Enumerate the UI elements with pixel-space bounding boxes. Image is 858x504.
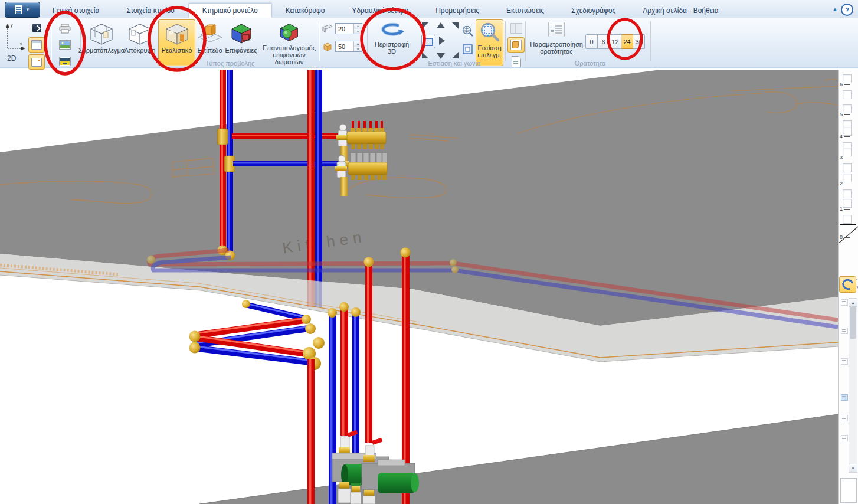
tab-sxediografos[interactable]: Σχεδιογράφος: [558, 3, 629, 18]
spin-up-icon[interactable]: ▲: [354, 41, 362, 47]
grid-toggle-button[interactable]: [507, 21, 525, 36]
floor-label[interactable]: 4: [840, 133, 850, 139]
floor-checkbox[interactable]: [843, 189, 852, 198]
rotate-up-left-icon[interactable]: [422, 22, 428, 29]
ribbon-tabs: Γενικά στοιχεία Στοιχεία κτιρίου Κτηριακ…: [39, 3, 732, 18]
surfaces-cube-icon: [228, 22, 254, 45]
orbit-icon: [840, 277, 856, 292]
visibility-6-button[interactable]: 6: [598, 34, 610, 49]
visibility-24-button[interactable]: 24: [621, 34, 633, 49]
rotate-down-right-icon[interactable]: [452, 52, 459, 58]
manifold-caps: [351, 153, 387, 163]
floor-label[interactable]: 1: [840, 206, 850, 212]
hidden-lines-house-icon: [127, 22, 153, 45]
camera-angle-icon: [322, 24, 333, 33]
rotate-3d-icon: [378, 22, 405, 40]
expand-icon: [32, 24, 41, 32]
floor-checkbox[interactable]: [843, 90, 852, 99]
svg-text:x: x: [20, 42, 22, 46]
layer-row-mark[interactable]: [841, 358, 848, 365]
floor-label[interactable]: 2: [840, 181, 850, 186]
layer-row-mark[interactable]: [841, 328, 848, 334]
sheet-display-toggle[interactable]: [507, 54, 525, 69]
mode-2d-label[interactable]: 2D: [7, 54, 16, 63]
dwg-export-icon: [59, 57, 71, 66]
view-hidden-lines-button[interactable]: Απόκρυψη: [122, 19, 158, 66]
window-view-toggle[interactable]: [28, 54, 45, 70]
rotate-down-left-icon[interactable]: [422, 52, 428, 58]
orbit-tool-button[interactable]: [839, 276, 856, 293]
display-options-cluster: [507, 21, 525, 69]
view-wireframe-button[interactable]: Συρματόπλεγμα: [81, 19, 122, 66]
cube-height-icon: [322, 42, 333, 51]
spin-up-icon[interactable]: ▲: [354, 24, 362, 29]
model-3d-viewport[interactable]: Kitchen: [0, 70, 838, 504]
layer-row-mark[interactable]: [841, 299, 848, 306]
expand-view-button[interactable]: [28, 20, 45, 35]
zoom-window-icon[interactable]: [462, 44, 474, 55]
tab-ydrauliko-dentro[interactable]: Υδραυλικό δέντρο: [338, 3, 422, 18]
tab-prometriseis[interactable]: Προμετρήσεις: [422, 3, 493, 18]
vertical-scrollbar[interactable]: ▲ ▼: [849, 298, 857, 473]
rotate-right-icon[interactable]: [439, 37, 445, 45]
rotate-up-icon[interactable]: [437, 22, 445, 28]
nav-more-icon[interactable]: »: [856, 277, 857, 281]
visibility-36-button[interactable]: 36: [633, 34, 645, 49]
floor-label[interactable]: 0: [840, 234, 850, 240]
spin-down-icon[interactable]: ▼: [354, 47, 362, 52]
zoom-selected-icon: [479, 22, 501, 43]
nav-dock-icon[interactable]: ▼: [856, 286, 858, 289]
tab-katakoryfo[interactable]: Κατακόρυφο: [272, 3, 339, 18]
floor-label[interactable]: 6: [840, 81, 850, 87]
zoom-extents-icon[interactable]: [461, 25, 474, 38]
scroll-down-icon[interactable]: ▼: [849, 464, 857, 472]
form-icon: [31, 40, 42, 50]
group-label-view-type: Τύπος προβολής: [165, 60, 295, 67]
tab-genika-stoixeia[interactable]: Γενικά στοιχεία: [39, 3, 113, 18]
spin-down-icon[interactable]: ▼: [354, 29, 362, 34]
export-image-button[interactable]: [55, 38, 74, 52]
status-box: [840, 478, 857, 503]
flat-level-icon: [197, 22, 223, 45]
rotate-down-icon[interactable]: [437, 53, 445, 59]
region-icon: [510, 40, 522, 50]
tab-stoixeia-ktiriou[interactable]: Στοιχεία κτιρίου: [113, 3, 188, 18]
scrollbar-thumb[interactable]: [850, 307, 856, 339]
ground-level-line: [840, 224, 856, 225]
application-menu-button[interactable]: ▼: [5, 2, 40, 18]
tab-arxiki-selida-boitheia[interactable]: Αρχική σελίδα - Βοήθεια: [629, 3, 732, 18]
floor-checkbox[interactable]: [843, 215, 852, 224]
recalc-surfaces-icon: [276, 22, 302, 43]
ribbon: y x 2D: [0, 18, 858, 68]
layer-row-mark-selected[interactable]: [841, 394, 848, 401]
floor-checkbox[interactable]: [843, 163, 852, 172]
center-square-icon: [424, 38, 433, 46]
wireframe-house-icon: [89, 22, 114, 45]
view-2d-cluster: y x 2D: [2, 20, 50, 66]
visibility-0-button[interactable]: 0: [585, 34, 598, 49]
help-icon[interactable]: ?: [841, 4, 853, 16]
layer-row-mark[interactable]: [841, 415, 848, 421]
visibility-12-button[interactable]: 12: [610, 34, 621, 49]
height-spinner-row: 50 ▲▼: [322, 41, 362, 52]
visibility-settings-icon: [548, 22, 565, 37]
floor-selector-panel: 6 5 4 3 2 1 0 » ▼ ▲ ▼: [838, 70, 858, 504]
floor-label[interactable]: 5: [840, 112, 850, 117]
rotate-up-right-icon[interactable]: [452, 22, 459, 29]
tab-ektyposeis[interactable]: Εκτυπώσεις: [493, 3, 558, 18]
tab-ktiriako-montelo[interactable]: Κτηριακό μοντέλο: [188, 3, 272, 18]
xy-axis-icon: y x: [4, 21, 26, 52]
scroll-up-icon[interactable]: ▲: [849, 299, 857, 307]
view-angle-spinner[interactable]: 20 ▲▼: [335, 23, 362, 34]
view-height-spinner[interactable]: 50 ▲▼: [335, 41, 362, 52]
region-display-toggle[interactable]: [507, 37, 525, 53]
floor-label[interactable]: 3: [840, 155, 850, 161]
properties-panel-toggle[interactable]: [28, 37, 45, 53]
print-button[interactable]: [55, 21, 74, 35]
view-rotation-pad: [421, 21, 460, 60]
view-reset-button[interactable]: [421, 35, 435, 48]
chevron-down-icon: ▼: [25, 8, 30, 12]
layer-row-mark[interactable]: [841, 435, 848, 441]
collapse-ribbon-icon[interactable]: ▲: [832, 6, 838, 12]
export-dwg-button[interactable]: [55, 54, 74, 68]
